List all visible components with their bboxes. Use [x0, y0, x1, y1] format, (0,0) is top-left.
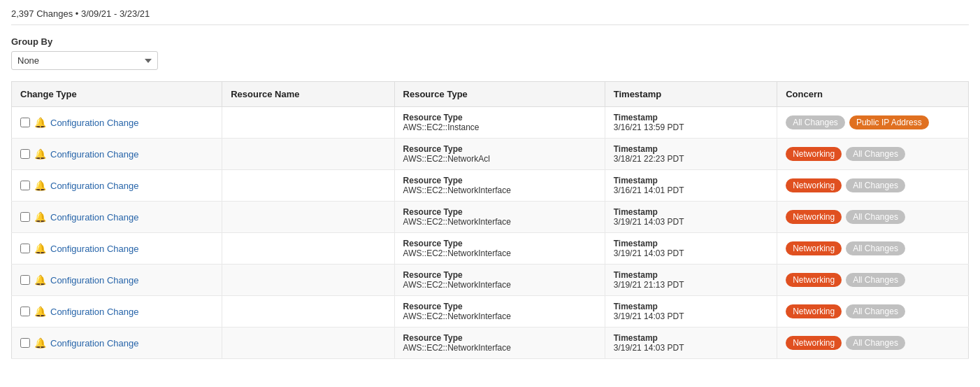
resource-type-cell: Resource Type AWS::EC2::NetworkAcl [394, 139, 605, 170]
timestamp-label: Timestamp [614, 302, 768, 311]
resource-name-cell [222, 139, 394, 170]
concern-cell: NetworkingAll Changes [777, 265, 969, 296]
table-row: 🔔 Configuration Change Resource Type AWS… [12, 170, 969, 202]
badge-all-changes-5-1[interactable]: All Changes [846, 273, 905, 287]
config-change-link-0[interactable]: Configuration Change [50, 118, 138, 128]
row-checkbox-7[interactable] [20, 338, 30, 348]
timestamp-cell: Timestamp 3/16/21 14:01 PDT [605, 170, 777, 202]
bell-icon-2: 🔔 [34, 180, 46, 191]
change-type-cell: 🔔 Configuration Change [12, 233, 222, 265]
row-checkbox-2[interactable] [20, 181, 30, 190]
resource-name-cell [222, 107, 394, 139]
timestamp-value: 3/19/21 14:03 PDT [614, 248, 768, 258]
resource-type-cell: Resource Type AWS::EC2::NetworkInterface [394, 233, 605, 265]
badge-all-changes-1-1[interactable]: All Changes [846, 147, 905, 161]
timestamp-value: 3/16/21 14:01 PDT [614, 185, 768, 195]
badge-networking-3-0[interactable]: Networking [786, 210, 842, 224]
bell-icon-4: 🔔 [34, 243, 46, 254]
table-row: 🔔 Configuration Change Resource Type AWS… [12, 328, 969, 359]
resource-type-label: Resource Type [403, 207, 596, 217]
row-checkbox-6[interactable] [20, 307, 30, 316]
header-change-type: Change Type [12, 82, 222, 107]
config-change-link-6[interactable]: Configuration Change [50, 307, 138, 317]
badge-networking-5-0[interactable]: Networking [786, 273, 842, 287]
resource-name-cell [222, 265, 394, 296]
table-row: 🔔 Configuration Change Resource Type AWS… [12, 265, 969, 296]
timestamp-label: Timestamp [614, 333, 768, 343]
timestamp-cell: Timestamp 3/19/21 14:03 PDT [605, 296, 777, 328]
timestamp-value: 3/19/21 14:03 PDT [614, 311, 768, 321]
timestamp-label: Timestamp [614, 270, 768, 280]
group-by-label: Group By [11, 36, 969, 47]
timestamp-cell: Timestamp 3/16/21 13:59 PDT [605, 107, 777, 139]
group-by-section: Group By None Resource Type Resource Nam… [11, 36, 969, 70]
bell-icon-1: 🔔 [34, 148, 46, 160]
row-checkbox-5[interactable] [20, 275, 30, 285]
table-header-row: Change Type Resource Name Resource Type … [12, 82, 969, 107]
resource-type-cell: Resource Type AWS::EC2::NetworkInterface [394, 265, 605, 296]
badge-all-changes-0-0[interactable]: All Changes [786, 115, 845, 129]
summary-bar: 2,397 Changes • 3/09/21 - 3/23/21 [11, 8, 969, 25]
resource-type-value: AWS::EC2::NetworkInterface [403, 217, 596, 227]
badge-all-changes-4-1[interactable]: All Changes [846, 241, 905, 255]
timestamp-cell: Timestamp 3/18/21 22:23 PDT [605, 139, 777, 170]
change-type-cell: 🔔 Configuration Change [12, 202, 222, 233]
group-by-select[interactable]: None Resource Type Resource Name [11, 51, 158, 70]
bell-icon-5: 🔔 [34, 274, 46, 286]
concern-cell: All ChangesPublic IP Address [777, 107, 969, 139]
badge-networking-7-0[interactable]: Networking [786, 336, 842, 350]
page-wrapper: 2,397 Changes • 3/09/21 - 3/23/21 Group … [0, 0, 980, 367]
change-type-cell: 🔔 Configuration Change [12, 328, 222, 359]
bell-icon-7: 🔔 [34, 337, 46, 349]
concern-cell: NetworkingAll Changes [777, 296, 969, 328]
row-checkbox-4[interactable] [20, 244, 30, 253]
timestamp-value: 3/19/21 14:03 PDT [614, 343, 768, 353]
config-change-link-1[interactable]: Configuration Change [50, 149, 138, 160]
timestamp-label: Timestamp [614, 144, 768, 154]
row-checkbox-1[interactable] [20, 149, 30, 159]
row-checkbox-0[interactable] [20, 118, 30, 127]
timestamp-cell: Timestamp 3/19/21 21:13 PDT [605, 265, 777, 296]
concern-cell: NetworkingAll Changes [777, 170, 969, 202]
badge-all-changes-2-1[interactable]: All Changes [846, 178, 905, 192]
resource-type-label: Resource Type [403, 113, 596, 122]
resource-type-cell: Resource Type AWS::EC2::NetworkInterface [394, 170, 605, 202]
table-row: 🔔 Configuration Change Resource Type AWS… [12, 107, 969, 139]
resource-type-cell: Resource Type AWS::EC2::NetworkInterface [394, 328, 605, 359]
concern-cell: NetworkingAll Changes [777, 139, 969, 170]
row-checkbox-3[interactable] [20, 212, 30, 222]
resource-type-value: AWS::EC2::Instance [403, 122, 596, 132]
timestamp-cell: Timestamp 3/19/21 14:03 PDT [605, 233, 777, 265]
config-change-link-2[interactable]: Configuration Change [50, 181, 138, 191]
badge-all-changes-7-1[interactable]: All Changes [846, 336, 905, 350]
table-row: 🔔 Configuration Change Resource Type AWS… [12, 233, 969, 265]
badge-networking-2-0[interactable]: Networking [786, 178, 842, 192]
resource-type-label: Resource Type [403, 270, 596, 280]
config-change-link-7[interactable]: Configuration Change [50, 338, 138, 349]
resource-type-label: Resource Type [403, 333, 596, 343]
resource-type-cell: Resource Type AWS::EC2::Instance [394, 107, 605, 139]
change-type-cell: 🔔 Configuration Change [12, 170, 222, 202]
config-change-link-4[interactable]: Configuration Change [50, 244, 138, 254]
bell-icon-3: 🔔 [34, 211, 46, 223]
header-resource-name: Resource Name [222, 82, 394, 107]
header-timestamp: Timestamp [605, 82, 777, 107]
summary-text: 2,397 Changes • 3/09/21 - 3/23/21 [11, 8, 150, 19]
badge-all-changes-6-1[interactable]: All Changes [846, 304, 905, 318]
resource-type-label: Resource Type [403, 144, 596, 154]
config-change-link-5[interactable]: Configuration Change [50, 275, 138, 286]
resource-type-label: Resource Type [403, 239, 596, 248]
resource-type-label: Resource Type [403, 302, 596, 311]
config-change-link-3[interactable]: Configuration Change [50, 212, 138, 223]
resource-type-label: Resource Type [403, 176, 596, 185]
resource-name-cell [222, 170, 394, 202]
resource-name-cell [222, 296, 394, 328]
badge-public-ip-0-1[interactable]: Public IP Address [849, 115, 929, 129]
badge-networking-4-0[interactable]: Networking [786, 241, 842, 255]
table-row: 🔔 Configuration Change Resource Type AWS… [12, 202, 969, 233]
header-concern: Concern [777, 82, 969, 107]
badge-networking-1-0[interactable]: Networking [786, 147, 842, 161]
resource-type-value: AWS::EC2::NetworkAcl [403, 154, 596, 164]
badge-networking-6-0[interactable]: Networking [786, 304, 842, 318]
badge-all-changes-3-1[interactable]: All Changes [846, 210, 905, 224]
